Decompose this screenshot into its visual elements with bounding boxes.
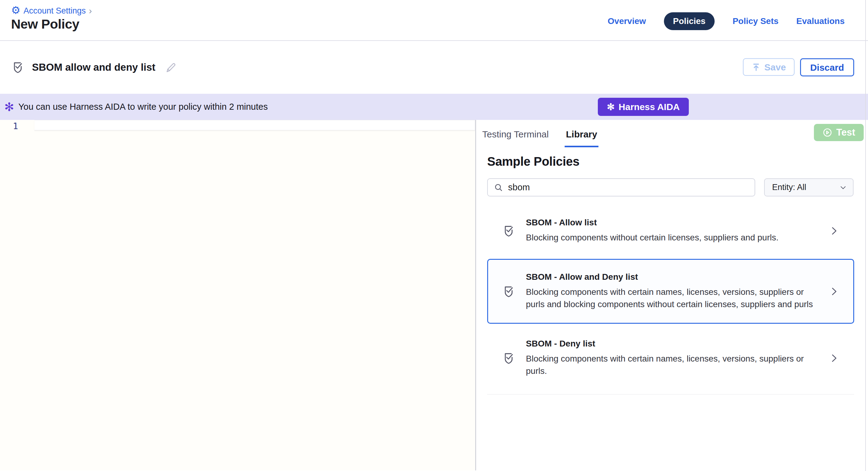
edit-pencil-icon[interactable] [165, 61, 177, 73]
policy-shield-icon [502, 351, 516, 365]
policy-shield-icon [11, 61, 25, 74]
panel-tabs: Testing Terminal Library [481, 129, 854, 147]
card-text: SBOM - Allow list Blocking components wi… [526, 218, 821, 244]
save-button[interactable]: Save [743, 58, 795, 76]
editor-line-number: 1 [13, 121, 18, 131]
sample-policy-search[interactable] [487, 178, 755, 197]
tab-policy-sets[interactable]: Policy Sets [733, 16, 778, 26]
policy-editor-page: ⚙ Account Settings › New Policy Overview… [0, 0, 868, 471]
chevron-right-icon[interactable] [828, 353, 839, 364]
chevron-right-icon[interactable] [828, 286, 839, 297]
save-button-label: Save [765, 62, 786, 72]
search-input[interactable] [508, 182, 748, 193]
discard-button[interactable]: Discard [800, 58, 854, 77]
tab-overview[interactable]: Overview [608, 16, 646, 26]
page-title: New Policy [11, 17, 79, 32]
tab-policies-active[interactable]: Policies [664, 12, 715, 30]
policy-name-group: SBOM allow and deny list [11, 41, 177, 94]
sample-policy-card-allow-list[interactable]: SBOM - Allow list Blocking components wi… [487, 209, 854, 252]
entity-filter-dropdown[interactable]: Entity: All [764, 178, 854, 197]
policy-shield-icon [502, 224, 516, 238]
play-circle-icon [823, 127, 832, 138]
entity-filter-value: Entity: All [772, 183, 806, 192]
sample-policy-list: SBOM - Allow list Blocking components wi… [487, 209, 854, 394]
test-button-label: Test [836, 127, 855, 138]
card-description: Blocking components without certain lice… [526, 232, 821, 244]
tab-evaluations[interactable]: Evaluations [796, 16, 845, 26]
breadcrumb: ⚙ Account Settings › [11, 5, 92, 16]
upload-icon [751, 62, 761, 71]
main-content: 1 Test Testing Terminal Library Sample P… [0, 120, 868, 470]
breadcrumb-account-settings-link[interactable]: Account Settings [23, 6, 86, 16]
aida-sparkle-icon: ✻ [4, 101, 14, 113]
search-filter-row: Entity: All [487, 178, 854, 197]
discard-button-label: Discard [810, 62, 844, 72]
card-title: SBOM - Deny list [526, 339, 821, 349]
editor-active-line[interactable] [34, 120, 475, 130]
harness-aida-button-label: Harness AIDA [619, 102, 680, 112]
card-title: SBOM - Allow and Deny list [526, 272, 821, 282]
sample-policy-card-allow-and-deny-list[interactable]: SBOM - Allow and Deny list Blocking comp… [487, 259, 854, 324]
aida-banner-message: You can use Harness AIDA to write your p… [19, 102, 268, 112]
policy-name: SBOM allow and deny list [32, 61, 156, 73]
card-description: Blocking components with certain names, … [526, 286, 821, 311]
card-title: SBOM - Allow list [526, 218, 821, 228]
page-header: ⚙ Account Settings › New Policy Overview… [0, 0, 868, 41]
page-scrollbar[interactable] [865, 0, 866, 471]
sample-policies-heading: Sample Policies [487, 155, 854, 169]
card-text: SBOM - Deny list Blocking components wit… [526, 339, 821, 377]
policy-shield-icon [502, 285, 516, 298]
search-icon [494, 183, 503, 192]
top-navigation: Overview Policies Policy Sets Evaluation… [608, 12, 845, 30]
aida-sparkle-icon: ✻ [607, 102, 614, 112]
sample-policy-card-deny-list[interactable]: SBOM - Deny list Blocking components wit… [487, 330, 854, 385]
chevron-down-icon [839, 183, 847, 192]
test-button[interactable]: Test [814, 124, 864, 141]
policy-code-editor[interactable]: 1 [0, 120, 475, 470]
settings-gear-icon: ⚙ [11, 5, 20, 16]
library-panel: Test Testing Terminal Library Sample Pol… [475, 120, 868, 470]
toolbar-actions: Save Discard [743, 58, 854, 77]
aida-banner: ✻ You can use Harness AIDA to write your… [0, 94, 868, 120]
tab-testing-terminal[interactable]: Testing Terminal [481, 129, 550, 147]
harness-aida-button[interactable]: ✻ Harness AIDA [598, 98, 689, 116]
list-divider [487, 394, 854, 394]
card-description: Blocking components with certain names, … [526, 353, 821, 377]
breadcrumb-chevron-icon: › [89, 6, 92, 16]
card-text: SBOM - Allow and Deny list Blocking comp… [526, 272, 821, 311]
tab-library[interactable]: Library [565, 129, 598, 147]
policy-toolbar: SBOM allow and deny list Save Discard [0, 41, 868, 94]
chevron-right-icon[interactable] [828, 225, 839, 236]
